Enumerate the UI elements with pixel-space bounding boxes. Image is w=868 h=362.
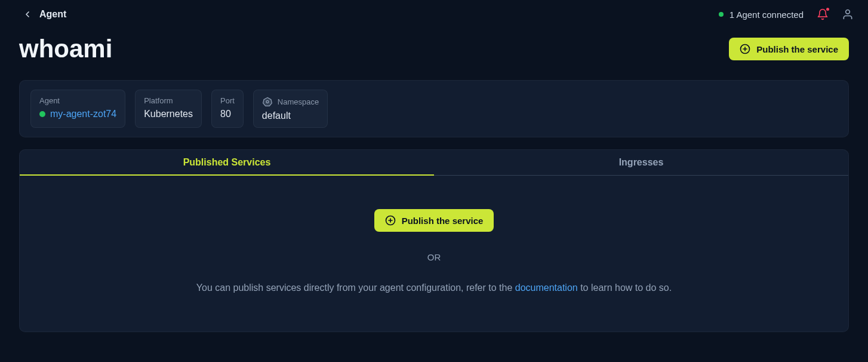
- plus-circle-icon: [385, 215, 396, 226]
- page-title: whoami: [19, 35, 112, 63]
- svg-point-0: [846, 10, 850, 14]
- info-tile-platform: Platform Kubernetes: [135, 90, 202, 128]
- info-label: Port: [220, 96, 235, 105]
- info-card: Agent my-agent-zot74 Platform Kubernetes…: [19, 80, 849, 137]
- documentation-link[interactable]: documentation: [515, 283, 578, 293]
- info-label: Namespace: [278, 97, 319, 106]
- plus-circle-icon: [740, 44, 750, 54]
- info-label-row: Namespace: [262, 96, 319, 107]
- content: whoami Publish the service Agent my-agen…: [0, 29, 868, 332]
- publish-service-button-center[interactable]: Publish the service: [374, 209, 494, 232]
- info-tile-namespace: Namespace default: [253, 90, 328, 128]
- namespace-value: default: [262, 111, 319, 121]
- topbar-right: 1 Agent connected: [719, 8, 854, 20]
- tab-published-services[interactable]: Published Services: [20, 150, 434, 175]
- platform-value: Kubernetes: [144, 109, 193, 119]
- tab-ingresses[interactable]: Ingresses: [434, 150, 848, 175]
- hint-before: You can publish services directly from y…: [196, 283, 515, 293]
- publish-service-button[interactable]: Publish the service: [729, 38, 849, 60]
- tabs-card: Published Services Ingresses Publish the…: [19, 149, 849, 332]
- hint-text: You can publish services directly from y…: [196, 283, 672, 293]
- publish-button-label: Publish the service: [756, 44, 838, 54]
- info-tile-agent: Agent my-agent-zot74: [30, 90, 125, 128]
- publish-button-label: Publish the service: [402, 216, 484, 226]
- topbar: Agent 1 Agent connected: [0, 0, 868, 29]
- agent-name: my-agent-zot74: [50, 109, 116, 119]
- info-tile-port: Port 80: [211, 90, 244, 128]
- agent-status: 1 Agent connected: [719, 10, 804, 20]
- header-row: whoami Publish the service: [19, 35, 849, 63]
- or-label: OR: [427, 252, 441, 262]
- kubernetes-icon: [262, 96, 273, 107]
- svg-marker-4: [263, 97, 272, 106]
- status-dot-icon: [719, 12, 724, 17]
- topbar-left: Agent: [23, 9, 66, 20]
- status-text: 1 Agent connected: [730, 10, 804, 20]
- chevron-left-icon[interactable]: [23, 10, 32, 19]
- info-label: Agent: [39, 96, 116, 105]
- notification-bell-icon[interactable]: [817, 8, 829, 20]
- info-label: Platform: [144, 96, 193, 105]
- tabs-row: Published Services Ingresses: [20, 150, 848, 176]
- hint-after: to learn how to do so.: [578, 283, 672, 293]
- agent-link[interactable]: my-agent-zot74: [39, 109, 116, 119]
- user-icon[interactable]: [842, 8, 854, 20]
- breadcrumb[interactable]: Agent: [39, 9, 66, 20]
- notification-dot-icon: [826, 8, 829, 11]
- status-dot-icon: [39, 111, 45, 117]
- port-value: 80: [220, 109, 235, 119]
- tab-body: Publish the service OR You can publish s…: [20, 176, 848, 332]
